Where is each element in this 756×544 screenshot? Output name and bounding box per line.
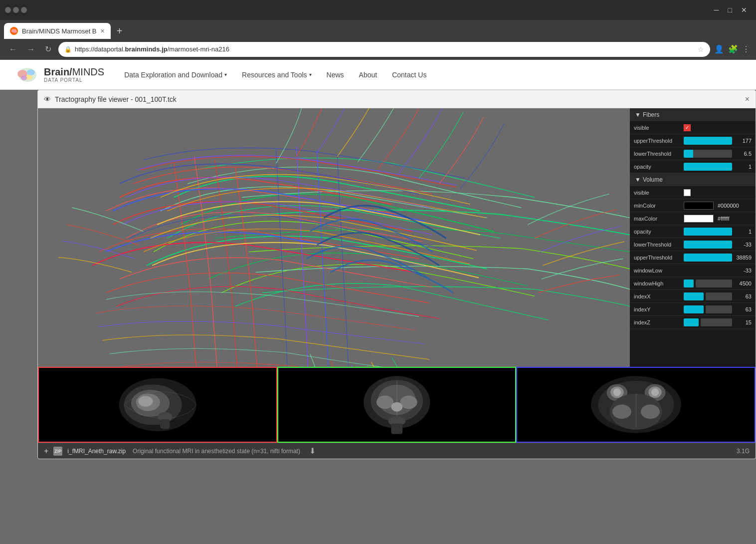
- browser-actions: 👤 🧩 ⋮: [714, 44, 750, 54]
- status-description: Original functional MRI in anesthetized …: [133, 448, 300, 455]
- nav-news[interactable]: News: [327, 71, 344, 79]
- volume-index-x-slider[interactable]: [684, 292, 704, 300]
- minimize-button[interactable]: ─: [710, 4, 723, 16]
- volume-index-y-slider[interactable]: [684, 305, 704, 313]
- volume-maxcolor-swatch[interactable]: [684, 215, 714, 223]
- volume-window-high-label: windowHigh: [634, 280, 684, 286]
- mri-panels: [38, 367, 756, 443]
- nav-resources-arrow: ▾: [309, 72, 312, 77]
- svg-point-11: [138, 396, 153, 407]
- tab-close-button[interactable]: ×: [101, 27, 105, 35]
- mri-axial-panel[interactable]: [516, 367, 756, 443]
- volume-window-low-row: windowLow -33: [630, 264, 756, 277]
- nav-contact[interactable]: Contact Us: [392, 71, 426, 79]
- fibers-opacity-control[interactable]: 1: [684, 163, 752, 171]
- viewer-3d-canvas[interactable]: [38, 108, 630, 367]
- nav-about[interactable]: About: [359, 71, 378, 79]
- mri-axial-image: [553, 371, 719, 438]
- logo-text-area: Brain/MINDS DATA PORTAL: [44, 66, 104, 83]
- volume-index-x-label: indexX: [634, 293, 684, 299]
- volume-mincolor-swatch[interactable]: [684, 202, 714, 210]
- menu-icon[interactable]: ⋮: [742, 44, 750, 54]
- fibers-lower-threshold-row: lowerThreshold 6.5: [630, 147, 756, 160]
- tractography-svg: [38, 108, 630, 367]
- volume-index-z-control[interactable]: 15: [684, 318, 752, 326]
- win-close-dot: [21, 7, 27, 13]
- status-plus[interactable]: +: [44, 447, 48, 456]
- mri-coronal-panel[interactable]: [277, 367, 517, 443]
- win-maximize-dot: [13, 7, 19, 13]
- volume-section-header[interactable]: ▼ Volume: [630, 173, 756, 186]
- volume-maxcolor-row: maxColor #ffffff: [630, 212, 756, 225]
- fibers-upper-threshold-row: upperThreshold 177: [630, 134, 756, 147]
- volume-opacity-control[interactable]: 1: [684, 228, 752, 236]
- fibers-section-header[interactable]: ▼ Fibers: [630, 108, 756, 121]
- volume-visible-row: visible: [630, 186, 756, 199]
- volume-index-z-label: indexZ: [634, 319, 684, 325]
- nav-contact-label: Contact Us: [392, 71, 426, 79]
- fibers-upper-threshold-slider[interactable]: [684, 137, 732, 145]
- new-tab-button[interactable]: +: [113, 23, 127, 39]
- forward-button[interactable]: →: [24, 43, 38, 56]
- bookmark-icon[interactable]: ☆: [698, 45, 704, 53]
- volume-window-high-control[interactable]: 4500: [684, 279, 752, 287]
- profile-icon[interactable]: 👤: [714, 44, 724, 54]
- nav-data-exploration[interactable]: Data Exploration and Download ▾: [124, 71, 227, 79]
- volume-upper-threshold-slider[interactable]: [684, 254, 732, 262]
- browser-chrome: ─ □ ✕ 🧠 Brain/MINDS Marmoset B × + ← → ↻…: [0, 0, 756, 60]
- active-tab[interactable]: 🧠 Brain/MINDS Marmoset B ×: [4, 23, 111, 39]
- volume-window-high-row: windowHigh 4500: [630, 277, 756, 290]
- reload-button[interactable]: ↻: [42, 42, 54, 56]
- volume-visible-checkbox[interactable]: [684, 189, 691, 196]
- mri-sagittal-panel[interactable]: [38, 367, 277, 443]
- status-zip-icon: ZIP: [53, 447, 62, 456]
- maximize-button[interactable]: □: [724, 4, 736, 16]
- volume-lower-threshold-control[interactable]: -33: [684, 241, 752, 249]
- svg-point-36: [641, 405, 660, 419]
- volume-index-y-control[interactable]: 63: [684, 305, 752, 313]
- volume-visible-label: visible: [634, 190, 684, 196]
- svg-point-35: [612, 405, 631, 419]
- fibers-collapse-icon: ▼: [635, 111, 641, 118]
- svg-rect-23: [391, 424, 402, 434]
- nav-resources-tools[interactable]: Resources and Tools ▾: [242, 71, 311, 79]
- tab-favicon: 🧠: [10, 27, 18, 35]
- site-nav: Data Exploration and Download ▾ Resource…: [124, 71, 426, 79]
- svg-point-2: [27, 69, 35, 75]
- volume-index-z-slider[interactable]: [684, 318, 699, 326]
- volume-window-low-label: windowLow: [634, 268, 684, 273]
- volume-index-z-row: indexZ 15: [630, 316, 756, 329]
- fibers-upper-threshold-control[interactable]: 177: [684, 137, 752, 145]
- nav-about-label: About: [359, 71, 378, 79]
- back-button[interactable]: ←: [6, 43, 20, 56]
- fibers-opacity-slider[interactable]: [684, 163, 732, 171]
- volume-upper-threshold-value: 38859: [734, 255, 752, 261]
- fibers-lower-threshold-slider[interactable]: [684, 150, 732, 158]
- volume-index-y-label: indexY: [634, 306, 684, 312]
- volume-window-high-slider[interactable]: [684, 279, 694, 287]
- viewer-close-button[interactable]: ×: [745, 95, 750, 104]
- volume-opacity-label: opacity: [634, 229, 684, 235]
- volume-index-x-control[interactable]: 63: [684, 292, 752, 300]
- volume-index-x-track: [706, 292, 732, 300]
- fibers-lower-threshold-control[interactable]: 6.5: [684, 150, 752, 158]
- volume-opacity-slider[interactable]: [684, 228, 732, 236]
- volume-index-x-value: 63: [734, 293, 752, 299]
- volume-upper-threshold-control[interactable]: 38859: [684, 254, 752, 262]
- tab-bar: 🧠 Brain/MINDS Marmoset B × +: [0, 20, 756, 39]
- close-window-button[interactable]: ✕: [737, 4, 751, 16]
- volume-window-low-control: -33: [684, 268, 752, 273]
- extensions-icon[interactable]: 🧩: [728, 44, 738, 54]
- fibers-visible-checkbox[interactable]: ✓: [684, 124, 691, 131]
- volume-maxcolor-control: #ffffff: [684, 215, 752, 223]
- address-bar[interactable]: 🔒 https://dataportal.brainminds.jp/marmo…: [58, 42, 710, 57]
- status-size: 3.1G: [737, 448, 750, 455]
- logo-title: Brain/MINDS: [44, 66, 104, 77]
- svg-point-21: [391, 402, 402, 412]
- volume-lower-threshold-slider[interactable]: [684, 241, 732, 249]
- volume-mincolor-label: minColor: [634, 203, 684, 209]
- status-download-button[interactable]: ⬇: [309, 446, 316, 456]
- fibers-lower-threshold-value: 6.5: [734, 151, 752, 157]
- fibers-section-label: Fibers: [643, 111, 659, 118]
- volume-window-high-value: 4500: [734, 280, 752, 286]
